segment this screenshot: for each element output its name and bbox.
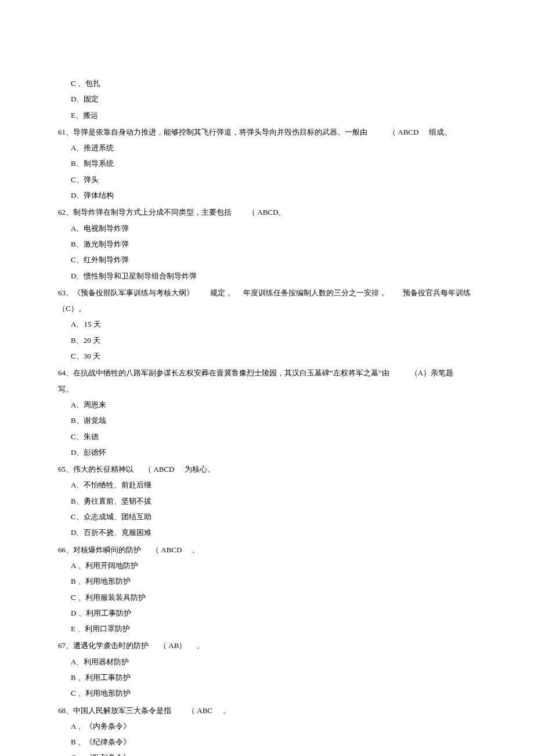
answer-option: E、搬运 <box>58 107 482 123</box>
answer-option: B、制导系统 <box>58 155 482 171</box>
answer-option: A、周恩来 <box>58 397 482 413</box>
document-body: C 、包扎D、固定E、搬运61、导弹是依靠自身动力推进，能够控制其飞行弹道，将弹… <box>58 75 482 756</box>
answer-option: B 、利用工事防护 <box>58 670 482 685</box>
answer-option: D 、利用工事防护 <box>58 605 482 621</box>
answer-option: B、激光制导炸弹 <box>58 236 482 252</box>
answer-option: D、惯性制导和卫星制导组合制导炸弹 <box>58 268 482 284</box>
answer-option: A、不怕牺牲、前赴后继 <box>58 477 482 493</box>
answer-option: C 、包扎 <box>58 75 482 91</box>
answer-option: C、30 天 <box>58 348 482 364</box>
answer-option: D、百折不挠、克服困难 <box>58 525 482 540</box>
answer-option: A、15 天 <box>58 316 482 332</box>
answer-option: C、众志成城、团结互助 <box>58 509 482 525</box>
question-stem: 65、伟大的长征精神以（ ABCD为核心。 <box>58 461 482 477</box>
answer-option: C 、利用服装装具防护 <box>58 589 482 605</box>
question-stem: 68、中国人民解放军三大条令是指（ ABC。 <box>58 703 482 718</box>
answer-option: D、彭德怀 <box>58 444 482 460</box>
question-stem: 62、制导炸弹在制导方式上分成不同类型，主要包括（ ABCD。 <box>58 204 482 220</box>
answer-option: E 、利用口罩防护 <box>58 621 482 636</box>
answer-option: A 、《内务条令》 <box>58 718 482 734</box>
answer-option: A 、利用开阔地防护 <box>58 558 482 573</box>
answer-option: B、谢觉哉 <box>58 413 482 428</box>
answer-option: A、电视制导炸弹 <box>58 220 482 236</box>
answer-option: D、固定 <box>58 91 482 107</box>
question-stem: 61、导弹是依靠自身动力推进，能够控制其飞行弹道，将弹头导向并毁伤目标的武器。一… <box>58 124 482 140</box>
answer-option: C 、《队列条令》 <box>58 750 482 756</box>
answer-option: A、利用器材防护 <box>58 654 482 670</box>
answer-option: C、朱德 <box>58 429 482 444</box>
answer-option: B 、利用地形防护 <box>58 573 482 589</box>
answer-option: B、勇往直前、坚韧不拔 <box>58 493 482 509</box>
answer-option: D、弹体结构 <box>58 187 482 203</box>
answer-option: C 、利用地形防护 <box>58 685 482 701</box>
question-continuation: 写。 <box>58 381 482 397</box>
answer-option: A、推进系统 <box>58 140 482 155</box>
question-stem: 63、《预备役部队军事训练与考核大纲》规定，年度训练任务按编制人数的三分之一安排… <box>58 285 482 317</box>
answer-option: B、20 天 <box>58 332 482 348</box>
answer-option: C、红外制导炸弹 <box>58 252 482 267</box>
answer-option: B 、《纪律条令》 <box>58 734 482 750</box>
question-stem: 64、在抗战中牺牲的八路军副参谋长左权安葬在晋冀鲁豫烈士陵园，其汉白玉墓碑“左权… <box>58 365 482 381</box>
question-stem: 66、对核爆炸瞬间的防护（ ABCD。 <box>58 542 482 558</box>
question-stem: 67、遭遇化学袭击时的防护（ AB）。 <box>58 638 482 653</box>
answer-option: C、弹头 <box>58 172 482 187</box>
